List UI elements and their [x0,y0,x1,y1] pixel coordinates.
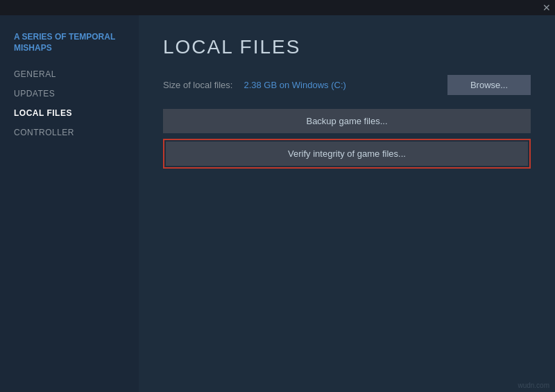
close-button[interactable]: ✕ [541,2,552,13]
verify-button[interactable]: Verify integrity of game files... [166,142,528,166]
steam-window: ✕ A SERIES OF TEMPORAL MISHAPS GENERAL U… [0,0,555,392]
sidebar-item-controller[interactable]: CONTROLLER [0,123,139,142]
sidebar-item-general[interactable]: GENERAL [0,65,139,84]
sidebar-game-title[interactable]: A SERIES OF TEMPORAL MISHAPS [0,26,139,65]
sidebar-item-updates[interactable]: UPDATES [0,84,139,103]
title-bar: ✕ [0,0,555,15]
browse-button[interactable]: Browse... [447,75,531,95]
page-title: LOCAL FILES [163,36,531,58]
watermark: wudn.com [518,382,549,389]
verify-btn-wrapper: Verify integrity of game files... [163,139,531,169]
backup-button[interactable]: Backup game files... [163,109,531,133]
sidebar: A SERIES OF TEMPORAL MISHAPS GENERAL UPD… [0,15,139,392]
main-content: LOCAL FILES Size of local files: 2.38 GB… [139,15,555,392]
content-area: A SERIES OF TEMPORAL MISHAPS GENERAL UPD… [0,15,555,392]
file-size-row: Size of local files: 2.38 GB on Windows … [163,75,531,95]
action-buttons: Backup game files... Verify integrity of… [163,109,531,169]
file-size-label: Size of local files: [163,80,232,90]
file-size-value: 2.38 GB on Windows (C:) [244,80,345,90]
sidebar-item-local-files[interactable]: LOCAL FILES [0,103,139,123]
